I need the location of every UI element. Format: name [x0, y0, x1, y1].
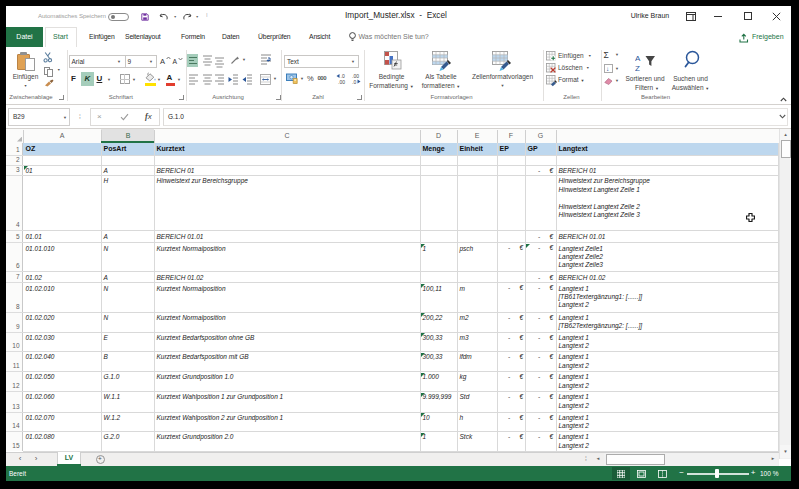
svg-text:.00: .00 [338, 79, 345, 85]
svg-text:.0: .0 [352, 79, 356, 85]
svg-text:A: A [635, 53, 641, 62]
svg-text:Z: Z [635, 64, 640, 72]
